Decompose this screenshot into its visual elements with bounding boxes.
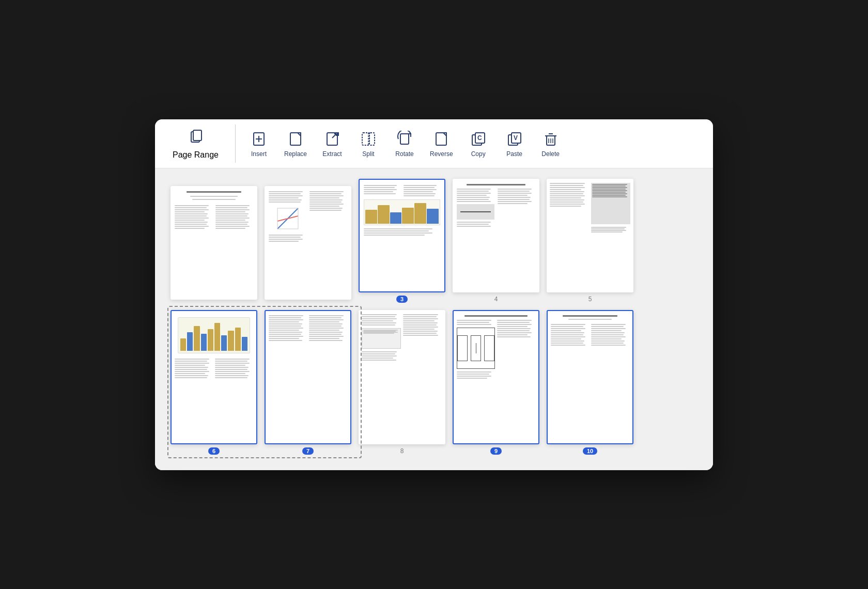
page-item-9[interactable]: 9 xyxy=(453,310,539,455)
page-badge-9: 9 xyxy=(490,447,502,455)
pages-row-1: 3 xyxy=(171,179,698,303)
svg-rect-14 xyxy=(400,134,409,144)
rotate-icon xyxy=(395,130,414,148)
paste-button[interactable]: V Paste xyxy=(497,127,533,161)
page-item-2[interactable] xyxy=(265,186,351,303)
page-item-4[interactable]: 4 xyxy=(453,179,539,303)
paste-icon: V xyxy=(505,130,524,148)
page-item-3[interactable]: 3 xyxy=(359,179,445,303)
delete-label: Delete xyxy=(541,150,560,158)
insert-button[interactable]: Insert xyxy=(241,127,277,161)
svg-line-30 xyxy=(277,216,298,221)
rotate-label: Rotate xyxy=(395,150,413,158)
page-thumb-10[interactable] xyxy=(547,310,633,444)
svg-rect-12 xyxy=(369,133,375,145)
page-item-7[interactable]: 7 xyxy=(265,310,351,455)
paste-label: Paste xyxy=(506,150,522,158)
page-range-icon xyxy=(186,128,205,148)
page-thumb-1[interactable] xyxy=(171,186,257,300)
replace-icon xyxy=(286,130,305,148)
page-item-8[interactable]: 8 xyxy=(359,310,445,455)
page-badge-7: 7 xyxy=(302,447,314,455)
toolbar: Page Range Insert R xyxy=(155,119,713,168)
page-badge-3: 3 xyxy=(396,296,408,303)
page-thumb-9[interactable] xyxy=(453,310,539,444)
page-thumb-2[interactable] xyxy=(265,186,351,300)
pages-row-2: 6 7 xyxy=(171,310,698,455)
split-icon xyxy=(359,130,378,148)
svg-line-8 xyxy=(332,134,336,138)
svg-text:C: C xyxy=(477,134,482,142)
reverse-label: Reverse xyxy=(430,150,453,158)
extract-icon xyxy=(323,130,342,148)
page-range-label: Page Range xyxy=(173,150,219,160)
extract-button[interactable]: Extract xyxy=(314,127,350,161)
reverse-button[interactable]: Reverse xyxy=(423,127,460,161)
page-item-6[interactable]: 6 xyxy=(171,310,257,455)
split-button[interactable]: Split xyxy=(350,127,386,161)
svg-text:V: V xyxy=(514,134,518,142)
page-thumb-5[interactable] xyxy=(547,179,633,292)
replace-label: Replace xyxy=(284,150,307,158)
main-panel: Page Range Insert R xyxy=(155,119,713,470)
replace-button[interactable]: Replace xyxy=(277,127,314,161)
rotate-button[interactable]: Rotate xyxy=(386,127,423,161)
content-area: 3 xyxy=(155,168,713,470)
copy-icon: C xyxy=(469,130,488,148)
reverse-icon xyxy=(432,130,451,148)
page-thumb-7[interactable] xyxy=(265,310,351,444)
page-label-5: 5 xyxy=(588,296,592,303)
page-range-button[interactable]: Page Range xyxy=(165,125,226,163)
page-item-1[interactable] xyxy=(171,186,257,303)
insert-icon xyxy=(250,130,268,148)
page-label-4: 4 xyxy=(494,296,498,303)
page-item-10[interactable]: 10 xyxy=(547,310,633,455)
page-thumb-6[interactable] xyxy=(171,310,257,444)
page-thumb-3[interactable] xyxy=(359,179,445,292)
delete-button[interactable]: Delete xyxy=(533,127,569,161)
page-item-5[interactable]: 5 xyxy=(547,179,633,303)
page-thumb-4[interactable] xyxy=(453,179,539,292)
delete-icon xyxy=(541,130,560,148)
svg-rect-1 xyxy=(193,130,202,141)
insert-label: Insert xyxy=(251,150,267,158)
split-label: Split xyxy=(362,150,374,158)
page-label-8: 8 xyxy=(400,447,404,455)
extract-label: Extract xyxy=(322,150,342,158)
copy-button[interactable]: C Copy xyxy=(460,127,497,161)
page-badge-10: 10 xyxy=(583,447,597,455)
copy-label: Copy xyxy=(471,150,486,158)
toolbar-group-left: Page Range xyxy=(165,125,236,163)
page-badge-6: 6 xyxy=(208,447,220,455)
page-thumb-8[interactable] xyxy=(359,310,445,444)
